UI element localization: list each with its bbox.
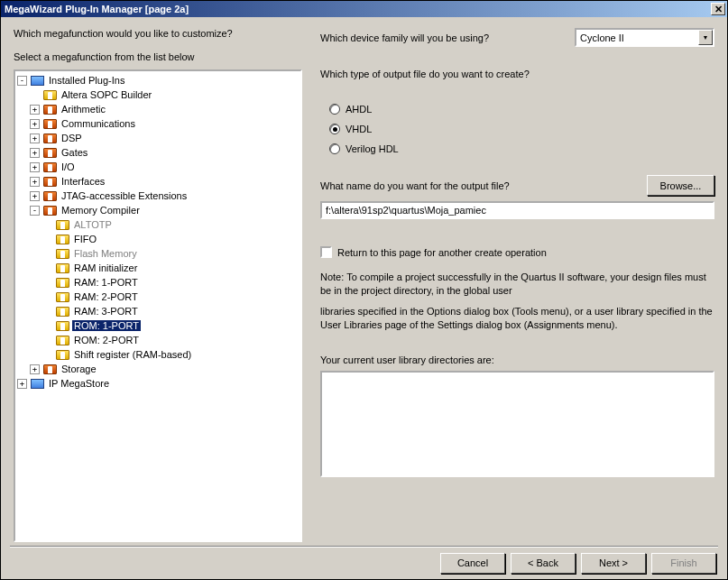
collapse-icon[interactable]: -: [30, 206, 40, 216]
tree-item-label: Memory Compiler: [60, 205, 142, 216]
expand-icon[interactable]: +: [17, 379, 27, 389]
tree-item[interactable]: +DSP: [15, 131, 300, 145]
tree-item[interactable]: ALTOTP: [15, 217, 300, 232]
tree-item-label: Communications: [60, 118, 137, 129]
titlebar: MegaWizard Plug-In Manager [page 2a] ✕: [1, 1, 727, 17]
chevron-down-icon[interactable]: ▼: [698, 30, 713, 45]
expand-icon[interactable]: +: [30, 148, 40, 158]
user-libraries-list[interactable]: [320, 371, 714, 477]
tree-item[interactable]: Shift register (RAM-based): [15, 347, 300, 362]
tree-item-label: Flash Memory: [72, 248, 139, 259]
tree-item[interactable]: Altera SOPC Builder: [15, 87, 300, 102]
return-checkbox-row[interactable]: Return to this page for another create o…: [320, 246, 714, 258]
radio-icon: [329, 104, 340, 115]
expander-spacer: [42, 220, 52, 230]
tree-item-label: JTAG-accessible Extensions: [60, 190, 189, 201]
radio-vhdl[interactable]: VHDL: [329, 119, 714, 139]
tree-item[interactable]: +Gates: [15, 145, 300, 160]
filename-row: What name do you want for the output fil…: [320, 175, 714, 196]
next-button[interactable]: Next >: [581, 553, 646, 574]
megafunction-question: Which megafunction would you like to cus…: [14, 28, 302, 39]
tree-item[interactable]: +Arithmetic: [15, 102, 300, 116]
tree-item[interactable]: RAM: 1-PORT: [15, 275, 300, 290]
expand-icon[interactable]: +: [30, 191, 40, 201]
expand-icon[interactable]: +: [30, 119, 40, 129]
tree-item[interactable]: +Storage: [15, 362, 300, 376]
expander-spacer: [42, 249, 52, 259]
tree-item[interactable]: +JTAG-accessible Extensions: [15, 189, 300, 203]
left-column: Which megafunction would you like to cus…: [14, 28, 302, 542]
folder-icon: [30, 75, 44, 87]
tree-item[interactable]: ROM: 2-PORT: [15, 333, 300, 347]
expand-icon[interactable]: +: [30, 177, 40, 187]
select-megafunction-label: Select a megafunction from the list belo…: [14, 51, 302, 62]
tree-item[interactable]: RAM: 2-PORT: [15, 290, 300, 304]
content-area: Which megafunction would you like to cus…: [1, 17, 727, 546]
output-type-question: Which type of output file do you want to…: [320, 69, 714, 79]
megafunction-tree[interactable]: -Installed Plug-InsAltera SOPC Builder+A…: [14, 69, 302, 542]
folder-icon: [55, 306, 69, 318]
tree-item[interactable]: ROM: 1-PORT: [15, 318, 300, 333]
tree-item[interactable]: +IP MegaStore: [15, 376, 300, 391]
radio-label-vhdl: VHDL: [346, 124, 372, 134]
device-family-combo[interactable]: Cyclone II ▼: [575, 28, 714, 47]
tree-item-label: Interfaces: [60, 176, 106, 187]
browse-button[interactable]: Browse...: [647, 175, 714, 196]
expand-icon[interactable]: +: [30, 364, 40, 374]
close-icon: ✕: [714, 4, 723, 15]
expand-icon[interactable]: +: [30, 133, 40, 143]
tree-item-label: Altera SOPC Builder: [60, 89, 153, 100]
tree-item[interactable]: +I/O: [15, 160, 300, 174]
tree-item[interactable]: RAM initializer: [15, 261, 300, 275]
folder-icon: [42, 118, 57, 130]
tree-item[interactable]: +Communications: [15, 116, 300, 131]
output-type-radio-group: AHDL VHDL Verilog HDL: [329, 99, 714, 159]
folder-icon: [55, 277, 69, 289]
back-button[interactable]: < Back: [511, 553, 576, 574]
cancel-button[interactable]: Cancel: [440, 553, 505, 574]
finish-button[interactable]: Finish: [651, 553, 716, 574]
expander-spacer: [42, 321, 52, 331]
expander-spacer: [42, 307, 52, 317]
folder-icon: [55, 320, 69, 332]
bottom-button-bar: Cancel < Back Next > Finish: [1, 548, 727, 578]
folder-icon: [55, 291, 69, 303]
folder-icon: [42, 104, 57, 115]
output-filename-input[interactable]: [320, 201, 714, 219]
radio-label-ahdl: AHDL: [346, 104, 372, 115]
folder-icon: [55, 219, 69, 231]
note-text-2: libraries specified in the Options dialo…: [320, 305, 714, 332]
tree-item[interactable]: -Memory Compiler: [15, 203, 300, 217]
tree-item-label: Storage: [60, 364, 98, 374]
expander-spacer: [42, 336, 52, 345]
tree-item[interactable]: -Installed Plug-Ins: [15, 73, 300, 87]
tree-item[interactable]: Flash Memory: [15, 246, 300, 261]
collapse-icon[interactable]: -: [17, 76, 27, 86]
folder-icon: [55, 248, 69, 260]
radio-label-verilog: Verilog HDL: [346, 143, 399, 154]
expand-icon[interactable]: +: [30, 105, 40, 115]
window-title: MegaWizard Plug-In Manager [page 2a]: [5, 4, 711, 14]
return-checkbox-label: Return to this page for another create o…: [337, 247, 547, 258]
radio-icon: [329, 124, 340, 134]
tree-item-label: ALTOTP: [72, 219, 114, 230]
tree-item-label: IP MegaStore: [47, 378, 111, 389]
folder-icon: [42, 133, 57, 144]
expander-spacer: [30, 90, 40, 100]
device-family-question: Which device family will you be using?: [320, 32, 566, 43]
close-button[interactable]: ✕: [711, 3, 725, 15]
expand-icon[interactable]: +: [30, 162, 40, 172]
folder-icon: [42, 147, 57, 159]
tree-item[interactable]: FIFO: [15, 232, 300, 246]
tree-item[interactable]: RAM: 3-PORT: [15, 304, 300, 318]
expander-spacer: [42, 292, 52, 302]
folder-icon: [55, 335, 69, 346]
radio-verilog[interactable]: Verilog HDL: [329, 139, 714, 159]
radio-ahdl[interactable]: AHDL: [329, 99, 714, 119]
folder-icon: [42, 205, 57, 216]
expander-spacer: [42, 278, 52, 288]
tree-item-label: RAM: 1-PORT: [72, 277, 140, 288]
folder-icon: [30, 378, 44, 390]
tree-item-label: RAM: 2-PORT: [72, 291, 140, 302]
tree-item[interactable]: +Interfaces: [15, 174, 300, 189]
